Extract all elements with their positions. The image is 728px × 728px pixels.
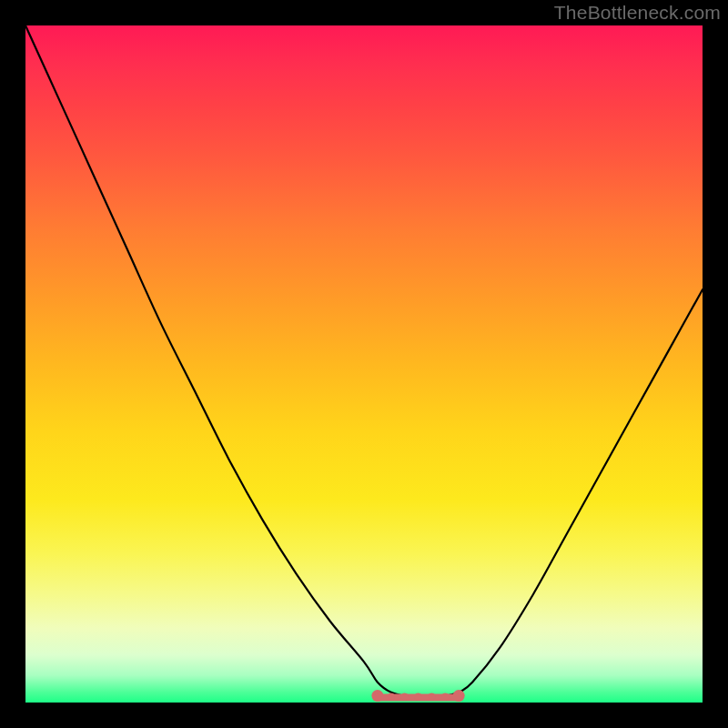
trough-markers [25,25,703,703]
svg-point-5 [415,693,422,701]
plot-area [25,25,703,703]
svg-point-6 [428,693,435,701]
svg-point-7 [441,693,449,701]
svg-point-4 [401,693,409,701]
svg-point-3 [388,693,395,701]
chart-frame: TheBottleneck.com [0,0,728,728]
watermark-text: TheBottleneck.com [554,2,721,24]
